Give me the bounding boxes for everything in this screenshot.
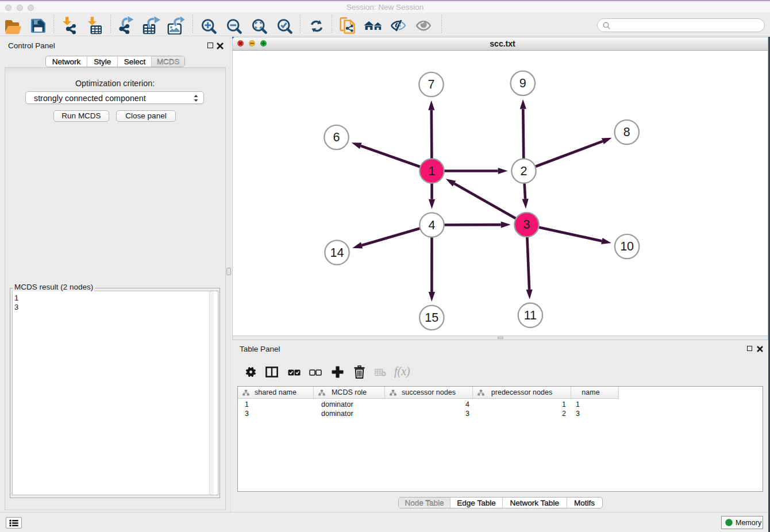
svg-text:8: 8	[623, 125, 630, 139]
svg-text:4: 4	[429, 218, 436, 232]
svg-text:1: 1	[429, 164, 436, 178]
svg-text:7: 7	[428, 78, 435, 91]
svg-text:3: 3	[523, 218, 530, 232]
svg-text:14: 14	[330, 246, 344, 260]
svg-text:15: 15	[425, 311, 438, 325]
svg-text:9: 9	[519, 76, 526, 90]
svg-text:10: 10	[620, 240, 634, 253]
svg-text:2: 2	[521, 164, 528, 178]
svg-text:11: 11	[524, 309, 537, 322]
svg-text:6: 6	[333, 130, 340, 144]
